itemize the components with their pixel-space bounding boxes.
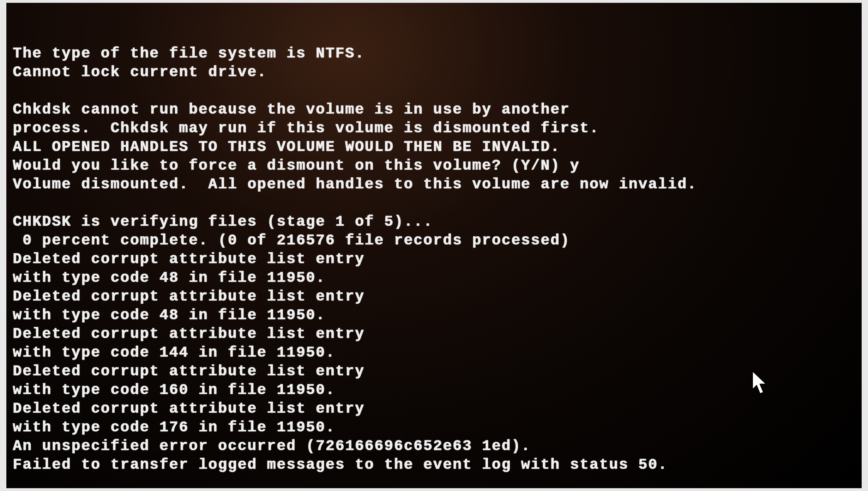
terminal-line: with type code 48 in file 11950. (13, 306, 855, 325)
terminal-line: Deleted corrupt attribute list entry (13, 325, 855, 344)
terminal-line: Cannot lock current drive. (13, 63, 855, 82)
terminal-line: Failed to transfer logged messages to th… (13, 456, 855, 474)
terminal-line: with type code 144 in file 11950. (13, 344, 855, 362)
terminal-line (13, 194, 855, 213)
terminal-line: process. Chkdsk may run if this volume i… (13, 119, 855, 138)
terminal-line: Deleted corrupt attribute list entry (13, 287, 855, 306)
terminal-line: Volume dismounted. All opened handles to… (13, 175, 855, 194)
terminal-line: with type code 160 in file 11950. (13, 381, 855, 400)
terminal-line: 0 percent complete. (0 of 216576 file re… (13, 231, 855, 250)
terminal-line: Deleted corrupt attribute list entry (13, 400, 855, 418)
terminal-line: Would you like to force a dismount on th… (13, 157, 855, 175)
terminal-line: The type of the file system is NTFS. (13, 44, 855, 63)
terminal-line: with type code 176 in file 11950. (13, 418, 855, 437)
terminal-line: CHKDSK is verifying files (stage 1 of 5)… (13, 213, 855, 231)
terminal-line: ALL OPENED HANDLES TO THIS VOLUME WOULD … (13, 138, 855, 157)
terminal-line: An unspecified error occurred (726166696… (13, 437, 855, 456)
terminal-line: Deleted corrupt attribute list entry (13, 250, 855, 269)
terminal-output: The type of the file system is NTFS.Cann… (13, 44, 855, 491)
terminal-line (13, 474, 855, 491)
terminal-line (13, 82, 855, 101)
command-prompt-terminal[interactable]: The type of the file system is NTFS.Cann… (6, 3, 862, 488)
terminal-line: Chkdsk cannot run because the volume is … (13, 101, 855, 119)
terminal-line: with type code 48 in file 11950. (13, 269, 855, 287)
terminal-line: Deleted corrupt attribute list entry (13, 362, 855, 381)
